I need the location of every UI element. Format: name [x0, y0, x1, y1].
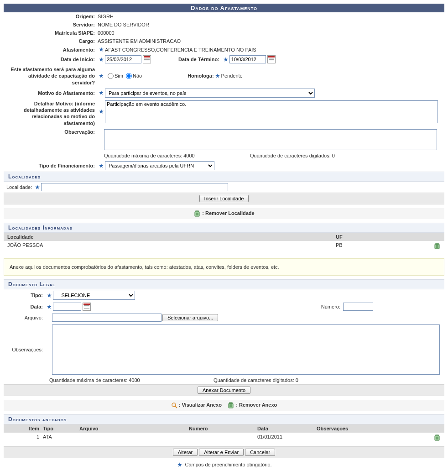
cargo-value: ASSISTENTE EM ADMINISTRACAO: [98, 38, 181, 44]
calendar-icon[interactable]: [83, 303, 91, 311]
homologa-label: Homologa:: [188, 73, 214, 78]
svg-rect-13: [229, 403, 232, 403]
cell-item: 1: [7, 434, 43, 441]
cell-localidade: JOÃO PESSOA: [7, 242, 336, 250]
motivo-label: Motivo do Afastamento:: [6, 90, 98, 96]
detalhar-label: Detalhar Motivo: (informe detalhadamente…: [6, 100, 98, 126]
anexar-documento-button[interactable]: [198, 387, 250, 394]
cancelar-button[interactable]: [245, 449, 275, 456]
tipo-select[interactable]: -- SELECIONE --: [53, 291, 135, 300]
col-numero: Número: [189, 426, 257, 431]
required-star-icon: ★: [99, 163, 104, 169]
data-input[interactable]: [53, 303, 81, 311]
calendar-icon[interactable]: [267, 55, 276, 63]
cell-uf: PB: [336, 242, 430, 250]
numero-label: Número:: [321, 304, 343, 309]
afastamento-value: AFAST CONGRESSO,CONFERENCIA E TREINAMENT…: [105, 47, 256, 52]
cell-numero: [189, 434, 257, 441]
required-star-icon: ★: [224, 57, 228, 63]
svg-rect-6: [436, 243, 438, 244]
data-inicio-label: Data de Início:: [6, 57, 98, 62]
cell-tipo: ATA: [43, 434, 79, 441]
observacoes-textarea[interactable]: [52, 324, 440, 375]
calendar-icon[interactable]: [143, 55, 151, 63]
col-arquivo: Arquivo: [79, 426, 189, 431]
data-termino-label: Data de Término:: [178, 57, 222, 62]
col-obs: Observações: [317, 426, 430, 431]
footer-note: Campos de preenchimento obrigatório.: [185, 462, 271, 467]
table-row: 1 ATA 01/01/2011: [4, 433, 444, 443]
observacao-textarea[interactable]: [104, 129, 437, 150]
localidade-input[interactable]: [41, 183, 228, 191]
required-star-icon: ★: [99, 73, 104, 79]
required-star-icon: ★: [47, 293, 52, 298]
visualizar-anexo-legend: : Visualizar Anexo: [179, 402, 222, 408]
anexar-note: Anexe aqui os documentos comprobatórios …: [4, 258, 444, 276]
numero-input[interactable]: [343, 303, 373, 311]
arquivo-path-input[interactable]: [52, 314, 161, 322]
localidades-header: Localidades: [4, 172, 444, 182]
matricula-value: 000000: [98, 30, 115, 36]
matricula-label: Matrícula SIAPE:: [6, 30, 98, 36]
svg-rect-18: [436, 435, 438, 436]
documento-legal-header: Documento Legal: [4, 279, 444, 289]
financiamento-label: Tipo de Financiamento:: [6, 163, 98, 168]
required-star-icon: ★: [99, 109, 104, 115]
col-uf: UF: [336, 234, 430, 240]
origem-value: SIGRH: [98, 14, 114, 19]
magnifier-icon: [171, 402, 177, 408]
required-star-icon: ★: [99, 90, 104, 96]
col-item: Item: [7, 426, 43, 431]
motivo-select[interactable]: Para participar de eventos, no país: [105, 89, 315, 98]
data-termino-input[interactable]: [229, 55, 266, 63]
required-star-icon: ★: [177, 462, 182, 467]
remover-localidade-legend: : Remover Localidade: [202, 210, 254, 216]
servidor-value: NOME DO SERVIDOR: [98, 22, 149, 27]
panel-title: Dados do Afastamento: [4, 4, 444, 12]
data-label: Data:: [6, 304, 46, 309]
svg-point-10: [172, 403, 176, 407]
arquivo-label: Arquivo:: [6, 315, 46, 320]
tipo-label: Tipo:: [6, 293, 46, 298]
data-inicio-input[interactable]: [105, 55, 141, 63]
financiamento-select[interactable]: Passagem/diárias arcadas pela UFRN: [105, 161, 214, 170]
cell-arquivo: [79, 434, 189, 441]
trash-icon[interactable]: [433, 242, 441, 250]
col-localidade: Localidade: [7, 234, 336, 240]
capacitacao-label: Este afastamento será para alguma ativid…: [6, 66, 98, 86]
detalhar-textarea[interactable]: Participação em evento acadêmico.: [105, 100, 438, 123]
required-star-icon: ★: [215, 73, 220, 79]
observacoes-label: Observações:: [6, 347, 46, 352]
inserir-localidade-button[interactable]: [199, 195, 249, 202]
col-tipo: Tipo: [43, 426, 79, 431]
trash-icon[interactable]: [433, 434, 441, 441]
capacitacao-sim-radio[interactable]: [108, 73, 114, 79]
digitados-label: Quantidade de caracteres digitados: 0: [250, 153, 335, 158]
required-star-icon: ★: [35, 184, 40, 190]
cell-data: 01/01/2011: [257, 434, 317, 441]
cell-obs: [317, 434, 430, 441]
digitados-doc-label: Quantidade de caracteres digitados: 0: [214, 377, 298, 383]
nao-label: Não: [133, 73, 142, 78]
col-data: Data: [257, 426, 317, 431]
servidor-label: Servidor:: [6, 22, 98, 27]
capacitacao-nao-radio[interactable]: [126, 73, 132, 79]
localidade-label: Localidade:: [6, 184, 34, 190]
alterar-enviar-button[interactable]: [199, 449, 244, 456]
sim-label: Sim: [115, 73, 123, 78]
localidades-informadas-header: Localidades Informadas: [4, 223, 444, 233]
required-star-icon: ★: [99, 47, 104, 52]
svg-rect-1: [196, 211, 198, 212]
required-star-icon: ★: [47, 304, 52, 310]
afastamento-label: Afastamento:: [6, 47, 98, 52]
maxchars-label: Quantidade máxima de caracteres: 4000: [104, 153, 250, 158]
alterar-button[interactable]: [173, 449, 198, 456]
observacao-label: Observação:: [6, 129, 98, 135]
trash-icon: [193, 210, 201, 217]
cargo-label: Cargo:: [6, 38, 98, 44]
selecionar-arquivo-button[interactable]: [162, 314, 218, 321]
maxchars-doc-label: Quantidade máxima de caracteres: 4000: [49, 377, 214, 383]
homologa-value: Pendente: [221, 73, 243, 78]
trash-icon: [227, 402, 234, 409]
required-star-icon: ★: [99, 57, 104, 63]
